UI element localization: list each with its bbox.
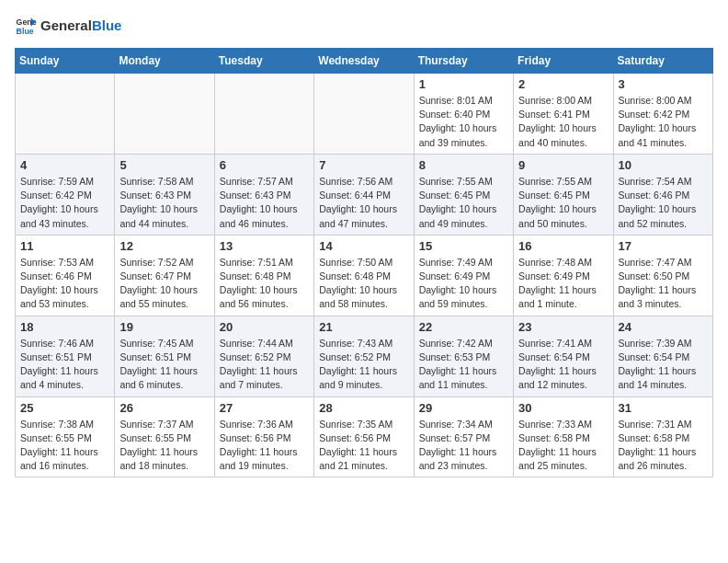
calendar-day-cell: 14Sunrise: 7:50 AMSunset: 6:48 PMDayligh… bbox=[314, 235, 414, 316]
day-info: Sunrise: 7:53 AMSunset: 6:46 PMDaylight:… bbox=[20, 256, 109, 312]
day-info: Sunrise: 7:45 AMSunset: 6:51 PMDaylight:… bbox=[119, 337, 209, 393]
calendar-day-cell: 9Sunrise: 7:55 AMSunset: 6:45 PMDaylight… bbox=[514, 154, 613, 235]
day-number: 1 bbox=[419, 77, 508, 91]
day-number: 17 bbox=[619, 239, 708, 253]
day-info: Sunrise: 7:46 AMSunset: 6:51 PMDaylight:… bbox=[20, 337, 109, 393]
calendar-day-cell: 15Sunrise: 7:49 AMSunset: 6:49 PMDayligh… bbox=[414, 235, 513, 316]
page-header: General Blue GeneralBlue bbox=[15, 15, 713, 37]
day-info: Sunrise: 7:50 AMSunset: 6:48 PMDaylight:… bbox=[319, 256, 408, 312]
day-number: 8 bbox=[419, 158, 508, 172]
calendar-week-row: 18Sunrise: 7:46 AMSunset: 6:51 PMDayligh… bbox=[16, 316, 713, 396]
day-number: 6 bbox=[220, 158, 309, 172]
day-info: Sunrise: 7:57 AMSunset: 6:43 PMDaylight:… bbox=[220, 175, 309, 231]
day-info: Sunrise: 7:54 AMSunset: 6:46 PMDaylight:… bbox=[619, 175, 708, 231]
day-of-week-header: Monday bbox=[115, 49, 214, 74]
svg-text:Blue: Blue bbox=[17, 27, 34, 36]
day-info: Sunrise: 7:34 AMSunset: 6:57 PMDaylight:… bbox=[419, 418, 508, 474]
calendar-day-cell: 29Sunrise: 7:34 AMSunset: 6:57 PMDayligh… bbox=[414, 396, 513, 477]
day-number: 24 bbox=[619, 320, 708, 334]
day-number: 13 bbox=[220, 239, 309, 253]
day-info: Sunrise: 8:00 AMSunset: 6:42 PMDaylight:… bbox=[619, 94, 708, 150]
day-info: Sunrise: 7:58 AMSunset: 6:43 PMDaylight:… bbox=[119, 175, 209, 231]
day-info: Sunrise: 7:47 AMSunset: 6:50 PMDaylight:… bbox=[619, 256, 708, 312]
day-info: Sunrise: 7:52 AMSunset: 6:47 PMDaylight:… bbox=[119, 256, 209, 312]
day-info: Sunrise: 7:55 AMSunset: 6:45 PMDaylight:… bbox=[518, 175, 608, 231]
day-of-week-header: Sunday bbox=[16, 49, 115, 74]
calendar-day-cell: 11Sunrise: 7:53 AMSunset: 6:46 PMDayligh… bbox=[16, 235, 115, 316]
calendar-day-cell bbox=[115, 74, 214, 155]
calendar-day-cell: 23Sunrise: 7:41 AMSunset: 6:54 PMDayligh… bbox=[514, 316, 613, 396]
calendar-day-cell: 22Sunrise: 7:42 AMSunset: 6:53 PMDayligh… bbox=[414, 316, 513, 396]
day-info: Sunrise: 8:00 AMSunset: 6:41 PMDaylight:… bbox=[518, 94, 608, 150]
day-number: 31 bbox=[619, 401, 708, 415]
calendar-day-cell: 13Sunrise: 7:51 AMSunset: 6:48 PMDayligh… bbox=[214, 235, 313, 316]
calendar-week-row: 25Sunrise: 7:38 AMSunset: 6:55 PMDayligh… bbox=[16, 396, 713, 477]
day-of-week-header: Wednesday bbox=[314, 49, 414, 74]
calendar-day-cell: 6Sunrise: 7:57 AMSunset: 6:43 PMDaylight… bbox=[214, 154, 313, 235]
calendar-day-cell bbox=[314, 74, 414, 155]
calendar-day-cell: 12Sunrise: 7:52 AMSunset: 6:47 PMDayligh… bbox=[115, 235, 214, 316]
day-number: 12 bbox=[119, 239, 209, 253]
day-number: 10 bbox=[619, 158, 708, 172]
day-number: 15 bbox=[419, 239, 508, 253]
calendar-day-cell: 2Sunrise: 8:00 AMSunset: 6:41 PMDaylight… bbox=[514, 74, 613, 155]
day-number: 9 bbox=[518, 158, 608, 172]
day-info: Sunrise: 7:48 AMSunset: 6:49 PMDaylight:… bbox=[518, 256, 608, 312]
day-number: 30 bbox=[518, 401, 608, 415]
day-number: 14 bbox=[319, 239, 408, 253]
calendar-day-cell: 17Sunrise: 7:47 AMSunset: 6:50 PMDayligh… bbox=[613, 235, 712, 316]
day-number: 25 bbox=[20, 401, 109, 415]
day-info: Sunrise: 7:42 AMSunset: 6:53 PMDaylight:… bbox=[419, 337, 508, 393]
calendar-day-cell: 5Sunrise: 7:58 AMSunset: 6:43 PMDaylight… bbox=[115, 154, 214, 235]
day-number: 16 bbox=[518, 239, 608, 253]
day-number: 7 bbox=[319, 158, 408, 172]
day-number: 5 bbox=[119, 158, 209, 172]
calendar-week-row: 1Sunrise: 8:01 AMSunset: 6:40 PMDaylight… bbox=[16, 74, 713, 155]
logo: General Blue GeneralBlue bbox=[15, 15, 121, 37]
day-number: 29 bbox=[419, 401, 508, 415]
logo-icon: General Blue bbox=[15, 15, 37, 37]
calendar-day-cell: 7Sunrise: 7:56 AMSunset: 6:44 PMDaylight… bbox=[314, 154, 414, 235]
calendar-day-cell: 1Sunrise: 8:01 AMSunset: 6:40 PMDaylight… bbox=[414, 74, 513, 155]
calendar-day-cell: 20Sunrise: 7:44 AMSunset: 6:52 PMDayligh… bbox=[214, 316, 313, 396]
day-info: Sunrise: 7:59 AMSunset: 6:42 PMDaylight:… bbox=[20, 175, 109, 231]
day-info: Sunrise: 7:55 AMSunset: 6:45 PMDaylight:… bbox=[419, 175, 508, 231]
day-of-week-header: Thursday bbox=[414, 49, 513, 74]
calendar-day-cell: 4Sunrise: 7:59 AMSunset: 6:42 PMDaylight… bbox=[16, 154, 115, 235]
calendar-day-cell: 8Sunrise: 7:55 AMSunset: 6:45 PMDaylight… bbox=[414, 154, 513, 235]
day-number: 3 bbox=[619, 77, 708, 91]
day-info: Sunrise: 7:51 AMSunset: 6:48 PMDaylight:… bbox=[220, 256, 309, 312]
calendar-week-row: 4Sunrise: 7:59 AMSunset: 6:42 PMDaylight… bbox=[16, 154, 713, 235]
day-number: 26 bbox=[119, 401, 209, 415]
calendar-header-row: SundayMondayTuesdayWednesdayThursdayFrid… bbox=[16, 49, 713, 74]
day-info: Sunrise: 7:56 AMSunset: 6:44 PMDaylight:… bbox=[319, 175, 408, 231]
day-number: 19 bbox=[119, 320, 209, 334]
day-info: Sunrise: 8:01 AMSunset: 6:40 PMDaylight:… bbox=[419, 94, 508, 150]
calendar-day-cell: 24Sunrise: 7:39 AMSunset: 6:54 PMDayligh… bbox=[613, 316, 712, 396]
day-number: 20 bbox=[220, 320, 309, 334]
calendar-table: SundayMondayTuesdayWednesdayThursdayFrid… bbox=[15, 48, 713, 477]
day-of-week-header: Tuesday bbox=[214, 49, 313, 74]
day-number: 27 bbox=[220, 401, 309, 415]
day-number: 23 bbox=[518, 320, 608, 334]
day-number: 2 bbox=[518, 77, 608, 91]
day-info: Sunrise: 7:39 AMSunset: 6:54 PMDaylight:… bbox=[619, 337, 708, 393]
calendar-day-cell bbox=[16, 74, 115, 155]
day-info: Sunrise: 7:37 AMSunset: 6:55 PMDaylight:… bbox=[119, 418, 209, 474]
calendar-day-cell: 27Sunrise: 7:36 AMSunset: 6:56 PMDayligh… bbox=[214, 396, 313, 477]
calendar-day-cell: 19Sunrise: 7:45 AMSunset: 6:51 PMDayligh… bbox=[115, 316, 214, 396]
calendar-day-cell bbox=[214, 74, 313, 155]
logo-text: GeneralBlue bbox=[40, 17, 121, 34]
calendar-day-cell: 30Sunrise: 7:33 AMSunset: 6:58 PMDayligh… bbox=[514, 396, 613, 477]
calendar-week-row: 11Sunrise: 7:53 AMSunset: 6:46 PMDayligh… bbox=[16, 235, 713, 316]
day-number: 28 bbox=[319, 401, 408, 415]
day-info: Sunrise: 7:36 AMSunset: 6:56 PMDaylight:… bbox=[220, 418, 309, 474]
day-number: 18 bbox=[20, 320, 109, 334]
calendar-day-cell: 21Sunrise: 7:43 AMSunset: 6:52 PMDayligh… bbox=[314, 316, 414, 396]
day-info: Sunrise: 7:44 AMSunset: 6:52 PMDaylight:… bbox=[220, 337, 309, 393]
day-info: Sunrise: 7:41 AMSunset: 6:54 PMDaylight:… bbox=[518, 337, 608, 393]
calendar-day-cell: 31Sunrise: 7:31 AMSunset: 6:58 PMDayligh… bbox=[613, 396, 712, 477]
calendar-day-cell: 16Sunrise: 7:48 AMSunset: 6:49 PMDayligh… bbox=[514, 235, 613, 316]
calendar-day-cell: 28Sunrise: 7:35 AMSunset: 6:56 PMDayligh… bbox=[314, 396, 414, 477]
day-info: Sunrise: 7:49 AMSunset: 6:49 PMDaylight:… bbox=[419, 256, 508, 312]
